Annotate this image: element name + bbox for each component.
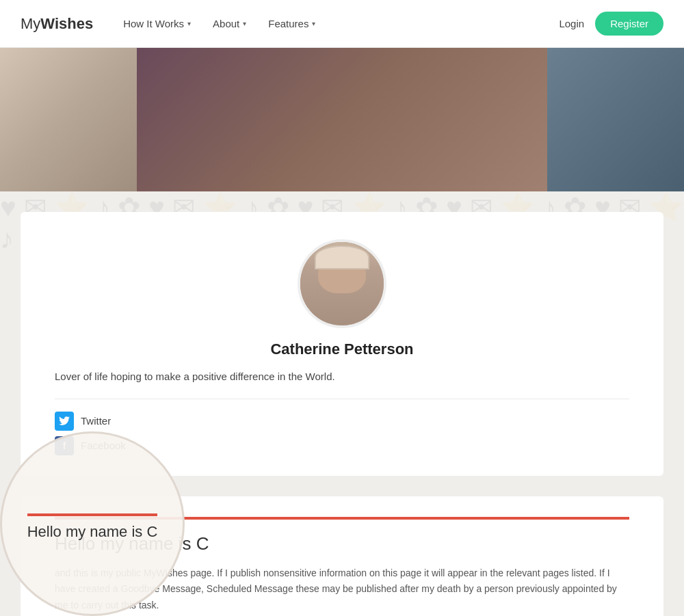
hero-image — [0, 48, 684, 191]
nav-menu: How It Works ▾ About ▾ Features ▾ — [114, 12, 559, 35]
twitter-link[interactable]: Twitter — [55, 412, 629, 431]
spotlight-inner: Hello my name is C — [14, 493, 172, 554]
avatar-container — [55, 239, 629, 328]
spotlight-bar — [27, 513, 158, 516]
chevron-down-icon: ▾ — [187, 20, 191, 27]
divider — [55, 399, 629, 399]
nav-features[interactable]: Features ▾ — [259, 12, 325, 35]
register-button[interactable]: Register — [595, 12, 663, 36]
avatar-face — [300, 242, 384, 325]
spotlight-overlay: Hello my name is C — [0, 431, 185, 616]
brand-logo[interactable]: MyWishes — [21, 15, 93, 33]
hero-right-figure — [547, 48, 684, 191]
avatar-hat — [315, 245, 369, 269]
twitter-icon — [55, 412, 74, 431]
brand-wishes: Wishes — [40, 15, 93, 32]
profile-bio: Lover of life hoping to make a positive … — [55, 369, 629, 385]
intro-title-name: C — [196, 533, 209, 554]
nav-how-it-works[interactable]: How It Works ▾ — [114, 12, 200, 35]
hero-center-figure — [137, 48, 547, 191]
chevron-down-icon: ▾ — [312, 20, 315, 27]
navbar-right: Login Register — [559, 12, 663, 36]
brand-my: My — [21, 15, 40, 32]
spotlight-text: Hello my name is C — [27, 523, 158, 541]
profile-name: Catherine Petterson — [55, 340, 629, 358]
nav-about[interactable]: About ▾ — [203, 12, 256, 35]
navbar: MyWishes How It Works ▾ About ▾ Features… — [0, 0, 684, 48]
chevron-down-icon: ▾ — [243, 20, 246, 27]
twitter-label: Twitter — [81, 415, 111, 427]
avatar — [298, 239, 386, 328]
login-link[interactable]: Login — [559, 18, 584, 29]
